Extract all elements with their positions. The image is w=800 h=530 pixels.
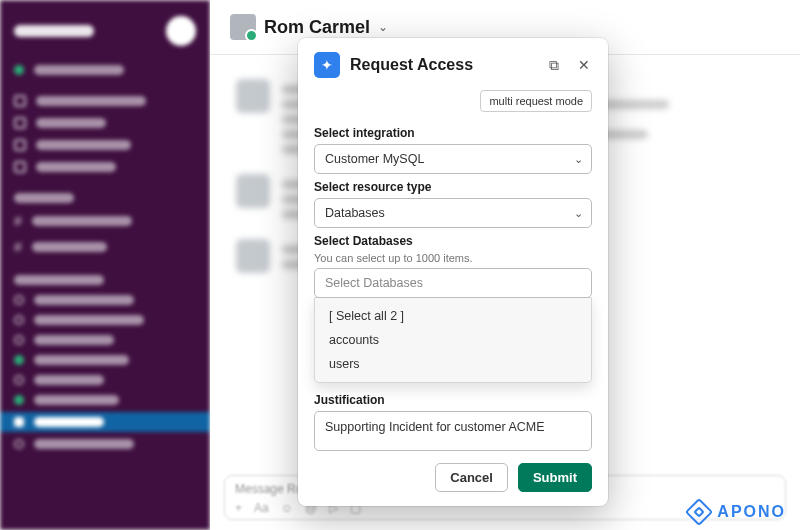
apono-watermark: APONO <box>689 502 786 522</box>
integration-label: Select integration <box>314 126 592 140</box>
justification-label: Justification <box>314 393 592 407</box>
cancel-button[interactable]: Cancel <box>435 463 508 492</box>
resource-type-label: Select resource type <box>314 180 592 194</box>
apono-app-icon: ✦ <box>314 52 340 78</box>
pop-out-icon[interactable]: ⧉ <box>544 55 564 75</box>
databases-hint: You can select up to 1000 items. <box>314 252 592 264</box>
databases-label: Select Databases <box>314 234 592 248</box>
justification-input[interactable]: Supporting Incident for customer ACME <box>314 411 592 451</box>
chevron-down-icon: ⌄ <box>378 20 388 34</box>
apono-watermark-text: APONO <box>717 503 786 521</box>
integration-value: Customer MySQL <box>325 152 424 166</box>
avatar <box>230 14 256 40</box>
justification-value: Supporting Incident for customer ACME <box>325 420 545 434</box>
compose-button[interactable] <box>166 16 196 46</box>
sidebar-item-active[interactable] <box>0 412 210 432</box>
multi-request-mode-button[interactable]: multi request mode <box>480 90 592 112</box>
databases-option-users[interactable]: users <box>315 352 591 376</box>
request-access-modal: ✦ Request Access ⧉ ✕ multi request mode … <box>298 38 608 506</box>
resource-type-value: Databases <box>325 206 385 220</box>
databases-dropdown: [ Select all 2 ] accounts users <box>314 297 592 383</box>
integration-select[interactable]: Customer MySQL ⌄ <box>314 144 592 174</box>
resource-type-select[interactable]: Databases ⌄ <box>314 198 592 228</box>
chevron-down-icon: ⌄ <box>574 207 583 220</box>
submit-button[interactable]: Submit <box>518 463 592 492</box>
modal-title: Request Access <box>350 56 534 74</box>
channel-name: Rom Carmel <box>264 17 370 38</box>
chevron-down-icon: ⌄ <box>574 153 583 166</box>
databases-placeholder: Select Databases <box>325 276 423 290</box>
app-root: # # Rom Carmel ⌄ Message Rom Carmel — 📅 … <box>0 0 800 530</box>
databases-option-select-all[interactable]: [ Select all 2 ] <box>315 304 591 328</box>
databases-option-accounts[interactable]: accounts <box>315 328 591 352</box>
databases-select[interactable]: Select Databases <box>314 268 592 298</box>
workspace-sidebar: # # <box>0 0 210 530</box>
apono-logo-icon <box>685 498 713 526</box>
close-icon[interactable]: ✕ <box>574 55 594 75</box>
